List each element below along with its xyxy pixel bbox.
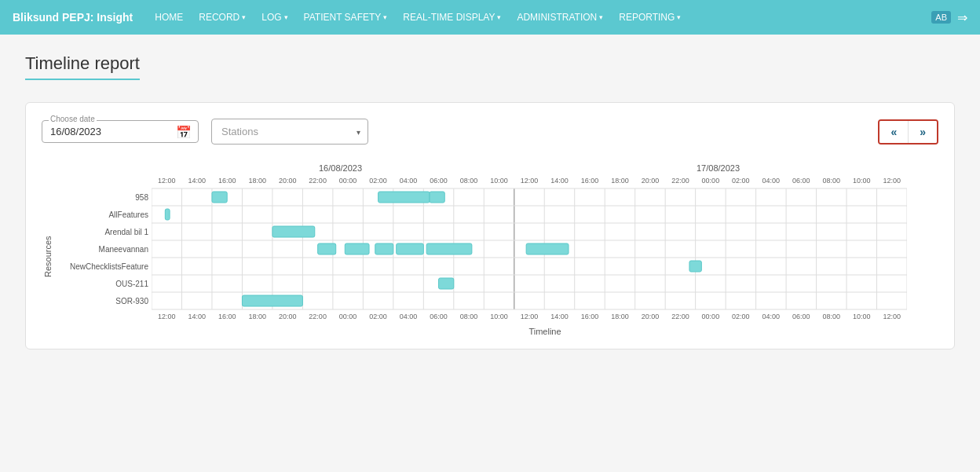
svg-text:12:00: 12:00 (883, 177, 901, 185)
svg-text:20:00: 20:00 (279, 177, 297, 185)
y-labels: 958 AllFeatures Arendal bil 1 Maneevanna… (54, 188, 152, 325)
stations-select[interactable]: Stations (211, 119, 368, 145)
calendar-icon: 📅 (176, 124, 192, 139)
svg-rect-65 (345, 243, 369, 254)
date-label: Choose date (49, 115, 97, 123)
date-picker[interactable]: Choose date 16/08/2023 📅 (42, 120, 199, 143)
svg-text:16:00: 16:00 (218, 313, 236, 320)
svg-text:10:00: 10:00 (853, 177, 871, 185)
svg-text:22:00: 22:00 (309, 177, 327, 185)
svg-rect-63 (272, 226, 315, 237)
svg-rect-62 (165, 209, 170, 220)
svg-text:00:00: 00:00 (339, 313, 357, 320)
main-nav: Bliksund PEPJ: Insight HOME RECORD ▾ LOG… (0, 0, 980, 35)
timeline-card: Choose date 16/08/2023 📅 Stations ▾ « » (25, 102, 955, 349)
svg-text:22:00: 22:00 (671, 177, 689, 185)
y-label-4: NewChecklistsFeature (54, 258, 148, 275)
y-label-2: Arendal bil 1 (54, 223, 148, 240)
svg-rect-71 (439, 278, 454, 289)
chevron-down-icon: ▾ (383, 13, 387, 21)
svg-text:04:00: 04:00 (400, 313, 418, 320)
y-axis-label: Resources (42, 188, 54, 325)
svg-text:00:00: 00:00 (702, 177, 720, 185)
svg-rect-61 (430, 192, 444, 203)
svg-text:02:00: 02:00 (369, 313, 387, 320)
svg-text:14:00: 14:00 (550, 177, 569, 185)
brand-logo: Bliksund PEPJ: Insight (13, 11, 133, 24)
grid-svg-container: 12:0014:0016:0018:0020:0022:0000:0002:00… (152, 174, 938, 325)
svg-text:20:00: 20:00 (279, 313, 297, 320)
date-header-1: 16/08/2023 (152, 163, 529, 173)
svg-text:16:00: 16:00 (218, 177, 236, 185)
svg-text:08:00: 08:00 (460, 313, 478, 320)
y-label-5: OUS-211 (54, 275, 148, 292)
chevron-down-icon: ▾ (284, 13, 288, 21)
svg-text:20:00: 20:00 (642, 313, 660, 320)
y-label-1: AllFeatures (54, 206, 148, 223)
next-button[interactable]: » (909, 121, 937, 143)
svg-text:14:00: 14:00 (188, 313, 206, 320)
svg-text:12:00: 12:00 (158, 177, 176, 185)
svg-text:14:00: 14:00 (188, 177, 206, 185)
y-label-6: SOR-930 (54, 292, 148, 309)
svg-rect-68 (426, 243, 472, 254)
svg-text:14:00: 14:00 (550, 313, 569, 320)
svg-rect-72 (242, 295, 302, 306)
y-label-0: 958 (54, 188, 148, 206)
logout-icon[interactable]: ⇒ (957, 10, 967, 25)
top-ticks: 12:0014:0016:0018:0020:0022:0000:0002:00… (158, 177, 901, 185)
y-label-3: Maneevannan (54, 240, 148, 258)
controls-row: Choose date 16/08/2023 📅 Stations ▾ « » (42, 119, 938, 145)
nav-user-area: AB ⇒ (931, 10, 967, 25)
svg-text:18:00: 18:00 (248, 177, 266, 185)
svg-text:10:00: 10:00 (490, 313, 508, 320)
svg-text:06:00: 06:00 (430, 177, 448, 185)
timeline-chart: 16/08/2023 17/08/2023 Resources 958 AllF… (42, 163, 938, 336)
nav-reporting[interactable]: REPORTING ▾ (612, 9, 687, 26)
svg-text:22:00: 22:00 (309, 313, 327, 320)
svg-text:18:00: 18:00 (611, 177, 629, 185)
user-avatar[interactable]: AB (931, 11, 951, 24)
nav-home[interactable]: HOME (148, 9, 189, 26)
svg-rect-66 (375, 243, 393, 254)
svg-text:12:00: 12:00 (521, 313, 539, 320)
svg-text:12:00: 12:00 (158, 313, 176, 320)
svg-text:08:00: 08:00 (823, 177, 841, 185)
timeline-svg: 12:0014:0016:0018:0020:0022:0000:0002:00… (152, 174, 907, 325)
svg-rect-59 (212, 192, 227, 203)
svg-text:00:00: 00:00 (339, 177, 357, 185)
page-content: Timeline report Choose date 16/08/2023 📅… (0, 35, 980, 472)
svg-text:12:00: 12:00 (521, 177, 539, 185)
page-title: Timeline report (25, 53, 140, 80)
svg-text:02:00: 02:00 (369, 177, 387, 185)
svg-text:08:00: 08:00 (460, 177, 478, 185)
svg-text:04:00: 04:00 (762, 313, 781, 320)
svg-rect-69 (526, 243, 569, 254)
timeline-bars (165, 192, 701, 306)
timeline-nav-buttons: « » (878, 119, 938, 145)
nav-realtime[interactable]: REAL-TIME DISPLAY ▾ (397, 9, 507, 26)
svg-text:04:00: 04:00 (762, 177, 781, 185)
nav-log[interactable]: LOG ▾ (255, 9, 294, 26)
svg-text:10:00: 10:00 (490, 177, 508, 185)
nav-patient-safety[interactable]: PATIENT SAFETY ▾ (298, 9, 394, 26)
nav-administration[interactable]: ADMINISTRATION ▾ (510, 9, 609, 26)
nav-record[interactable]: RECORD ▾ (192, 9, 252, 26)
svg-rect-70 (689, 261, 701, 272)
svg-text:18:00: 18:00 (248, 313, 266, 320)
svg-text:08:00: 08:00 (823, 313, 841, 320)
chevron-down-icon: ▾ (497, 13, 501, 21)
svg-rect-60 (378, 192, 430, 203)
svg-text:02:00: 02:00 (732, 177, 750, 185)
svg-text:12:00: 12:00 (883, 313, 901, 320)
timeline-label: Timeline (152, 327, 938, 336)
svg-text:22:00: 22:00 (671, 313, 689, 320)
svg-rect-67 (397, 243, 424, 254)
svg-rect-64 (318, 243, 336, 254)
svg-text:04:00: 04:00 (400, 177, 418, 185)
svg-text:06:00: 06:00 (792, 313, 810, 320)
chevron-down-icon: ▾ (677, 13, 681, 21)
svg-text:06:00: 06:00 (430, 313, 448, 320)
svg-text:02:00: 02:00 (732, 313, 750, 320)
prev-button[interactable]: « (879, 121, 909, 143)
